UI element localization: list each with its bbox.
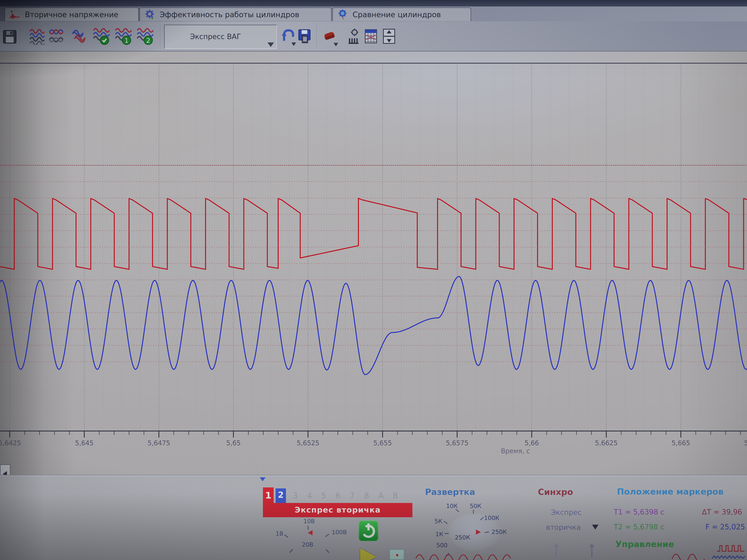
record-button[interactable] bbox=[389, 549, 404, 560]
control-section-heading: Управление bbox=[615, 539, 674, 549]
volt-dial-option-100v[interactable]: 100В bbox=[332, 529, 347, 536]
cursor-marker-icon[interactable] bbox=[586, 542, 597, 558]
waveform-check-icon bbox=[93, 27, 110, 45]
sweep-waveform-preview bbox=[415, 550, 519, 560]
sweep-option-250k-right[interactable]: 250К bbox=[491, 529, 507, 535]
x-tick-label: 5,6525 bbox=[297, 439, 319, 447]
tab-label: Эффективность работы цилиндров bbox=[160, 10, 299, 19]
x-tick-label: 5,66 bbox=[524, 439, 539, 447]
volt-dial-option-10v[interactable]: 10В bbox=[304, 518, 315, 525]
channel-2-button[interactable]: 2 bbox=[276, 488, 286, 504]
sweep-option-250k-left[interactable]: 250К bbox=[455, 534, 470, 541]
power-icon bbox=[359, 521, 378, 541]
tab-label: Сравнение цилиндров bbox=[353, 10, 441, 19]
apply-check-button[interactable] bbox=[93, 27, 110, 45]
crossed-waveforms-icon bbox=[49, 28, 64, 45]
channel-3-button[interactable]: 3 bbox=[293, 491, 298, 500]
x-tick-label: 5,6625 bbox=[595, 439, 618, 447]
sync-dropdown-arrow-icon[interactable] bbox=[592, 525, 598, 530]
waveform-2-icon: 2 bbox=[137, 27, 154, 45]
x-tick-label: 5,665 bbox=[672, 439, 690, 447]
sweep-option-100k[interactable]: 100К bbox=[484, 515, 499, 521]
tab-cylinder-comparison[interactable]: Сравнение цилиндров bbox=[332, 7, 471, 21]
dial-tick bbox=[308, 526, 309, 530]
floppy-disk-icon bbox=[3, 29, 17, 44]
oscilloscope-app-window: Вторичное напряжение Эффективность работ… bbox=[0, 0, 747, 560]
tab-cylinder-efficiency[interactable]: Эффективность работы цилиндров bbox=[139, 7, 332, 21]
undo-button[interactable] bbox=[280, 27, 295, 45]
marker-frequency-value: F = 25,025 bbox=[705, 523, 745, 531]
show-all-waveforms-button[interactable] bbox=[29, 27, 45, 45]
volt-dial-option-20v[interactable]: 20В bbox=[302, 541, 313, 548]
channel-6-button[interactable]: 6 bbox=[336, 491, 341, 500]
trace-channel-2-blue bbox=[0, 276, 747, 375]
toolbar-separator bbox=[316, 24, 317, 47]
x-tick-label: 5,655 bbox=[374, 439, 392, 447]
sweep-option-10k[interactable]: 10К bbox=[446, 503, 458, 509]
tab-label: Вторичное напряжение bbox=[25, 10, 118, 19]
overlay-waveforms-button[interactable] bbox=[49, 27, 64, 45]
sweep-option-500[interactable]: 500 bbox=[436, 542, 447, 549]
sweep-option-5k[interactable]: 5К bbox=[434, 518, 442, 525]
waveform-thumbnail-square bbox=[717, 543, 747, 555]
play-button[interactable] bbox=[360, 548, 377, 560]
preset-2-button[interactable]: 2 bbox=[136, 27, 154, 45]
blue-gear-icon bbox=[145, 9, 155, 20]
volt-dial-option-1v[interactable]: 1В bbox=[276, 530, 283, 537]
power-button[interactable] bbox=[359, 521, 378, 541]
split-arrows-icon bbox=[383, 28, 395, 44]
undo-dropdown-arrow-icon bbox=[291, 43, 296, 46]
cursor-marker-icon[interactable] bbox=[550, 542, 562, 558]
channel-B-button[interactable]: B bbox=[393, 491, 398, 500]
toolbar-separator bbox=[21, 24, 21, 47]
channel-A-button[interactable]: A bbox=[378, 491, 384, 500]
preset-combobox-value: Экспресс ВАГ bbox=[190, 32, 241, 41]
grid-settings-button[interactable] bbox=[364, 27, 378, 45]
grid-window-icon bbox=[365, 29, 377, 44]
preset-combobox[interactable]: Экспресс ВАГ bbox=[164, 25, 277, 49]
sync-source-line1[interactable]: Экспрес bbox=[551, 508, 582, 516]
volt-dial-needle bbox=[308, 530, 313, 535]
compare-channels-button[interactable] bbox=[70, 27, 88, 45]
toolbar-separator bbox=[160, 24, 161, 47]
svg-text:1: 1 bbox=[125, 37, 129, 44]
active-preset-banner: Экспрес вторичка bbox=[263, 503, 412, 517]
sync-section-heading: Синхро bbox=[538, 487, 573, 497]
two-loops-icon bbox=[70, 28, 88, 45]
channel-1-label: 1 bbox=[263, 490, 274, 501]
x-tick-label: 5,65 bbox=[226, 439, 240, 447]
dial-tick bbox=[473, 510, 474, 514]
channel-8-button[interactable]: 8 bbox=[364, 491, 369, 500]
gear-ruler-icon bbox=[347, 28, 361, 45]
x-tick-label: 5,645 bbox=[75, 439, 94, 447]
channel-5-button[interactable]: 5 bbox=[321, 491, 326, 500]
sweep-option-1k[interactable]: 1К bbox=[435, 531, 443, 537]
x-tick-label: 5,6675 bbox=[744, 439, 747, 447]
x-tick-label: 5,6575 bbox=[446, 439, 468, 447]
record-dot-icon bbox=[396, 554, 398, 556]
marker-t2-value: T2 = 5,6798 с bbox=[614, 523, 664, 531]
eraser-button[interactable] bbox=[322, 27, 337, 45]
x-tick-label: 5,6425 bbox=[0, 439, 21, 447]
waveforms-icon bbox=[29, 28, 45, 45]
svg-text:2: 2 bbox=[146, 37, 150, 44]
scale-settings-button[interactable] bbox=[347, 27, 361, 45]
panel-splitter-handle[interactable] bbox=[260, 477, 265, 481]
sync-source-line2[interactable]: вторичка bbox=[546, 523, 581, 531]
split-view-button[interactable] bbox=[383, 27, 395, 45]
waveform-thumbnail-sine bbox=[671, 551, 705, 560]
preset-1-button[interactable]: 1 bbox=[115, 27, 132, 45]
combobox-dropdown-arrow-icon bbox=[267, 43, 274, 47]
red-waveform-icon bbox=[9, 9, 21, 20]
save-disk-button[interactable] bbox=[3, 27, 17, 45]
sweep-section-heading: Развертка bbox=[425, 487, 475, 497]
panel-divider bbox=[0, 475, 747, 476]
channel-7-button[interactable]: 7 bbox=[350, 491, 355, 500]
oscilloscope-plot-area[interactable]: 5,64255,6455,64755,655,65255,6555,65755,… bbox=[0, 52, 747, 476]
trace-channel-1-red bbox=[0, 198, 747, 269]
marker-t1-value: T1 = 5,6398 с bbox=[614, 508, 664, 516]
sweep-option-50k[interactable]: 50К bbox=[470, 503, 481, 509]
channel-4-button[interactable]: 4 bbox=[307, 491, 312, 500]
save-file-button[interactable] bbox=[298, 27, 311, 45]
tab-secondary-voltage[interactable]: Вторичное напряжение bbox=[4, 7, 139, 21]
